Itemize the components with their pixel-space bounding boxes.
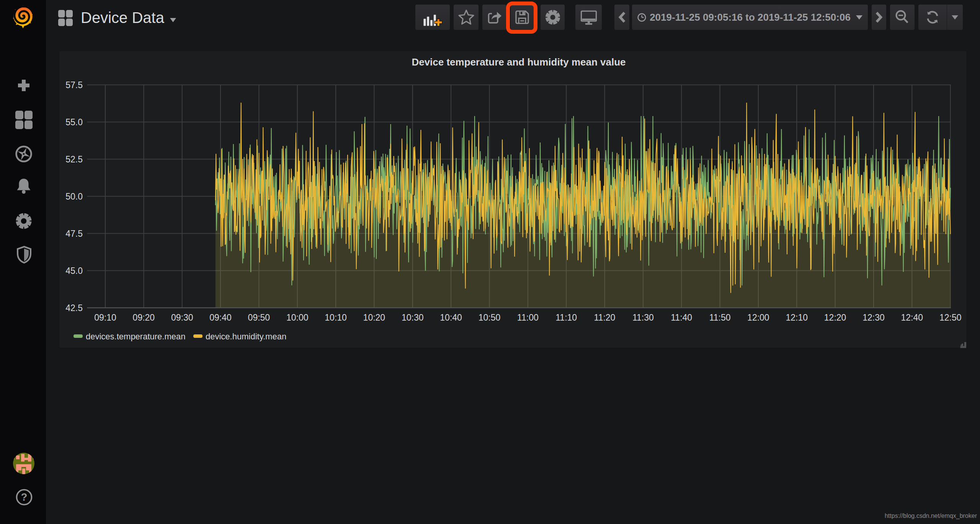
svg-text:10:20: 10:20	[363, 313, 385, 323]
svg-text:11:00: 11:00	[517, 313, 539, 323]
svg-text:09:10: 09:10	[94, 313, 116, 323]
svg-text:device.humidity.mean: device.humidity.mean	[206, 332, 286, 341]
svg-text:?: ?	[21, 491, 28, 503]
svg-text:11:10: 11:10	[555, 313, 577, 323]
svg-text:10:50: 10:50	[479, 313, 501, 323]
svg-text:12:30: 12:30	[862, 313, 885, 323]
svg-text:12:00: 12:00	[747, 313, 769, 323]
svg-text:10:10: 10:10	[325, 313, 347, 323]
svg-text:47.5: 47.5	[65, 229, 83, 239]
svg-text:11:30: 11:30	[632, 313, 654, 323]
svg-text:09:20: 09:20	[133, 313, 155, 323]
svg-text:devices.temperature.mean: devices.temperature.mean	[86, 332, 185, 341]
svg-text:09:40: 09:40	[209, 313, 232, 323]
svg-text:10:00: 10:00	[286, 313, 309, 323]
svg-text:55.0: 55.0	[65, 117, 83, 127]
svg-text:09:30: 09:30	[171, 313, 193, 323]
svg-text:11:20: 11:20	[594, 313, 616, 323]
svg-text:52.5: 52.5	[65, 154, 83, 164]
svg-text:45.0: 45.0	[65, 266, 83, 276]
svg-text:50.0: 50.0	[65, 192, 83, 201]
svg-text:Device temperature and humidit: Device temperature and humidity mean val…	[412, 56, 626, 68]
svg-text:57.5: 57.5	[65, 80, 83, 90]
svg-text:12:40: 12:40	[901, 313, 923, 323]
svg-text:11:50: 11:50	[709, 313, 731, 323]
svg-text:09:50: 09:50	[248, 313, 270, 323]
svg-text:10:30: 10:30	[402, 313, 424, 323]
svg-text:12:10: 12:10	[786, 313, 808, 323]
svg-text:11:40: 11:40	[671, 313, 692, 323]
svg-text:42.5: 42.5	[65, 303, 83, 313]
svg-text:12:20: 12:20	[824, 313, 846, 323]
svg-text:12:50: 12:50	[939, 313, 962, 323]
svg-text:10:40: 10:40	[440, 313, 462, 323]
